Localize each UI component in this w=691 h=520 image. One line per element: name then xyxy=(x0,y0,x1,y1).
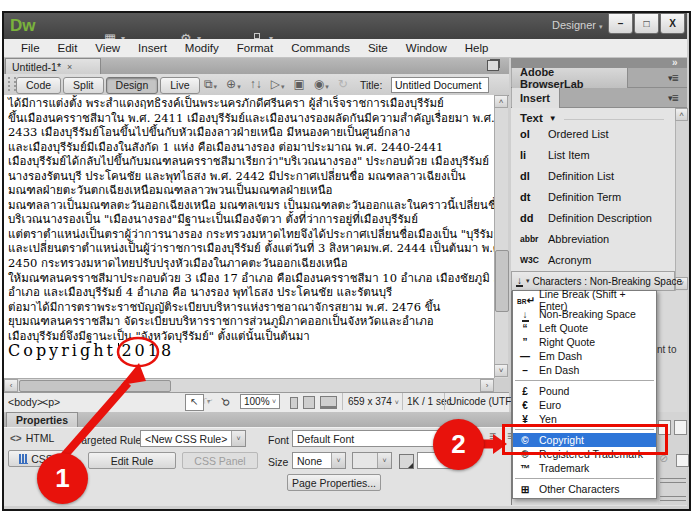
inspect-mode-icon[interactable]: ▣ xyxy=(293,77,304,91)
menu-file[interactable]: File xyxy=(12,42,49,54)
menu-item-non-breaking-space[interactable]: ↓Non-Breaking Space xyxy=(513,307,656,321)
menu-modify[interactable]: Modify xyxy=(176,42,228,54)
menu-item-trademark[interactable]: ™Trademark xyxy=(513,461,656,475)
collapse-to-icons-icon[interactable]: » xyxy=(672,57,678,68)
document-text-line: เมืองบุรีรัมย์ได้กลับไปขึ้นกับมณฑลนครราช… xyxy=(8,154,492,169)
tag-selector-body[interactable]: <body> xyxy=(8,396,43,408)
window-size-value[interactable]: 659 x 374 ˅ xyxy=(348,396,399,407)
vertical-scrollbar[interactable] xyxy=(494,95,508,378)
document-tab[interactable]: Untitled-1* × xyxy=(5,58,101,74)
align-left-icon[interactable]: ≡ xyxy=(489,429,496,443)
properties-panel-tab[interactable]: Properties xyxy=(6,412,78,427)
document-text-line: ให้มณฑลนครราชสีมาประกอบด้วย 3 เมือง 17 อ… xyxy=(8,271,492,286)
tag-selector-p[interactable]: <p> xyxy=(42,396,60,408)
panel-menu-icon[interactable]: ▾≣ xyxy=(668,93,678,103)
menu-help[interactable]: Help xyxy=(456,42,498,54)
insert-item-dl[interactable]: dlDefinition List xyxy=(514,166,672,186)
dd-icon: dd xyxy=(514,212,548,224)
chevron-down-icon: ˅ xyxy=(331,453,345,468)
css-panel-button[interactable]: CSS Panel xyxy=(182,452,258,469)
insert-panel-scrollbar[interactable] xyxy=(675,108,688,291)
insert-item-label: Definition Term xyxy=(548,191,621,203)
size-select[interactable]: None ˅ xyxy=(292,452,346,469)
window-controls: –□X xyxy=(608,13,686,34)
hand-tool-icon[interactable]: ☞ xyxy=(203,395,213,408)
menu-site[interactable]: Site xyxy=(359,42,397,54)
refresh-icon[interactable]: ↻ xyxy=(338,77,348,91)
insert-item-dt[interactable]: dtDefinition Term xyxy=(514,187,672,207)
insert-item-W3C[interactable]: W3CAcronym xyxy=(514,250,672,270)
font-select[interactable]: Default Font ˅ xyxy=(292,430,456,447)
trash-icon[interactable] xyxy=(676,454,689,467)
maximize-button[interactable]: □ xyxy=(634,13,659,34)
targeted-rule-select[interactable]: <New CSS Rule> ˅ xyxy=(140,430,246,447)
file-management-icon[interactable]: ↑↓ xyxy=(250,77,262,91)
collapsed-panel-bar[interactable] xyxy=(660,478,686,483)
menu-edit[interactable]: Edit xyxy=(49,42,87,54)
line-break-icon: BR↵ xyxy=(517,295,533,306)
close-button[interactable]: X xyxy=(660,13,685,34)
menu-item-euro[interactable]: €Euro xyxy=(513,398,656,412)
menu-item-pound[interactable]: £Pound xyxy=(513,384,656,398)
menu-window[interactable]: Window xyxy=(397,42,456,54)
menu-commands[interactable]: Commands xyxy=(282,42,359,54)
new-file-icon[interactable] xyxy=(674,420,687,435)
view-button-split[interactable]: Split xyxy=(63,77,103,94)
vertical-scroll-thumb[interactable] xyxy=(495,250,509,312)
close-tab-icon[interactable]: × xyxy=(67,62,72,72)
desktop-size-icon[interactable] xyxy=(320,396,337,409)
menu-format[interactable]: Format xyxy=(228,42,282,54)
magnification-select[interactable]: 100% ˅ xyxy=(240,394,280,409)
live-view-navigation-icon[interactable]: ▷▾ xyxy=(271,77,285,91)
select-tool-icon[interactable]: ↖ xyxy=(185,394,204,411)
other-characters-icon: ⊞ xyxy=(517,484,533,495)
copyright-line: Copyright2018 xyxy=(8,341,174,360)
document-text-line: 2433 เมืองบุรีรัมย์โอนขึ้นไปขึ้นกับหัวเม… xyxy=(8,125,492,140)
page-properties-button[interactable]: Page Properties... xyxy=(287,474,381,491)
edit-rule-button[interactable]: Edit Rule xyxy=(88,452,176,469)
collapsed-panel-bar[interactable] xyxy=(660,496,686,501)
minimize-button[interactable]: – xyxy=(608,13,633,34)
menu-view[interactable]: View xyxy=(86,42,129,54)
horizontal-scroll-thumb[interactable] xyxy=(19,380,171,392)
menu-item-em-dash[interactable]: —Em Dash xyxy=(513,349,656,363)
restore-document-window-icon[interactable] xyxy=(487,60,499,71)
menu-item-other-characters[interactable]: ⊞Other Characters xyxy=(513,482,656,496)
size-unit-select[interactable]: ˅ xyxy=(352,452,392,469)
design-view-canvas[interactable]: ได้มีการแต่งตั้ง พระสำแดงฤทธิรงค์เป็นพระ… xyxy=(4,95,494,378)
insert-category-select[interactable]: Text ▼ xyxy=(520,112,557,124)
panel-menu-icon[interactable]: ▾≣ xyxy=(668,73,678,83)
size-label: Size xyxy=(268,456,288,468)
insert-item-abbr[interactable]: abbrAbbreviation xyxy=(514,229,672,249)
menu-item-label: Left Quote xyxy=(539,322,588,334)
browserlab-panel-tab[interactable]: Adobe BrowserLab xyxy=(512,68,628,88)
visual-aids-icon[interactable]: ◉▾ xyxy=(314,77,329,91)
scroll-up-icon[interactable]: ˄ xyxy=(675,108,688,121)
insert-item-ol[interactable]: olOrdered List xyxy=(514,124,672,144)
view-button-live[interactable]: Live xyxy=(160,77,199,94)
tablet-size-icon[interactable] xyxy=(303,396,315,409)
preview-in-browser-icon[interactable]: ⊕▾ xyxy=(226,77,241,91)
mobile-size-icon[interactable] xyxy=(290,397,298,409)
view-button-design[interactable]: Design xyxy=(106,77,159,94)
insert-panel-tab[interactable]: Insert xyxy=(512,88,560,108)
document-text-line: มณฑลลาวเป็นมณฑลตะวันออกเฉียงเหนือ มณฑลเข… xyxy=(8,198,492,213)
scroll-left-icon[interactable]: ‹ xyxy=(4,379,18,392)
menu-insert[interactable]: Insert xyxy=(129,42,176,54)
insert-item-dd[interactable]: ddDefinition Description xyxy=(514,208,672,228)
scroll-up-icon[interactable]: ˄ xyxy=(494,95,508,108)
scroll-down-icon[interactable]: ˅ xyxy=(494,364,508,377)
workspace-switcher[interactable]: Designer ▾ xyxy=(552,19,603,31)
insert-item-li[interactable]: liList Item xyxy=(514,145,672,165)
insert-item-label: Definition List xyxy=(548,170,614,182)
view-button-code[interactable]: Code xyxy=(16,77,61,94)
menu-item-right-quote[interactable]: ”Right Quote xyxy=(513,335,656,349)
menu-item-line-break[interactable]: BR↵Line Break (Shift + Enter) xyxy=(513,293,656,307)
html-mode-button[interactable]: <> HTML xyxy=(10,432,54,444)
menu-item-left-quote[interactable]: “Left Quote xyxy=(513,321,656,335)
scroll-right-icon[interactable]: › xyxy=(480,379,494,392)
text-color-swatch[interactable] xyxy=(399,454,414,469)
multiscreen-preview-icon[interactable]: ⧉▾ xyxy=(204,77,217,91)
menu-item-en-dash[interactable]: –En Dash xyxy=(513,363,656,377)
document-title-input[interactable] xyxy=(391,77,489,93)
